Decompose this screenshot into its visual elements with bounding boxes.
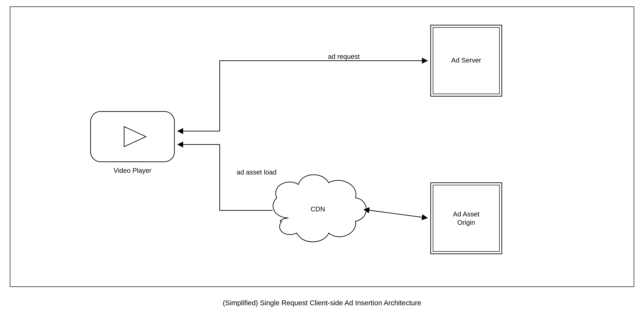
ad-request-edge: ad request <box>178 53 427 131</box>
ad-server-label: Ad Server <box>451 56 481 64</box>
ad-request-label: ad request <box>328 53 360 60</box>
ad-asset-origin-node: Ad Asset Origin <box>431 183 502 254</box>
ad-asset-load-edge: ad asset load <box>178 144 276 210</box>
ad-server-node: Ad Server <box>431 25 502 96</box>
cdn-node: CDN <box>273 175 366 242</box>
diagram-stage: Video Player Ad Server Ad Asset Origin C… <box>0 0 644 315</box>
video-player-node: Video Player <box>90 112 174 174</box>
svg-rect-3 <box>431 183 502 254</box>
diagram-caption: (Simplified) Single Request Client-side … <box>223 299 421 307</box>
video-player-label: Video Player <box>114 167 152 174</box>
ad-asset-origin-label-1: Ad Asset <box>453 210 480 218</box>
ad-asset-load-label: ad asset load <box>237 168 276 176</box>
ad-asset-origin-label-2: Origin <box>457 219 475 226</box>
svg-line-5 <box>364 210 427 218</box>
cdn-origin-edge <box>364 210 427 218</box>
cdn-label: CDN <box>310 205 325 213</box>
diagram-svg: Video Player Ad Server Ad Asset Origin C… <box>0 0 644 315</box>
